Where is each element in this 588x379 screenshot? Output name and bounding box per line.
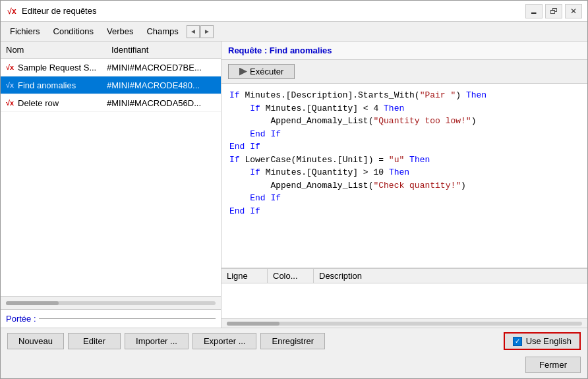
enregistrer-button[interactable]: Enregistrer [260,333,325,349]
main-window: √x Editeur de requêtes 🗕 🗗 ✕ Fichiers Co… [0,0,588,379]
menu-bar: Fichiers Conditions Verbes Champs ◄ ► [1,22,587,42]
scrollbar-thumb[interactable] [6,301,59,305]
maximize-button[interactable]: 🗗 [545,4,562,18]
horizontal-scrollbar[interactable] [1,296,221,309]
window-controls: 🗕 🗗 ✕ [525,4,582,18]
use-english-label: Use English [526,336,572,346]
error-panel: Ligne Colo... Description [221,268,587,328]
close-button[interactable]: ✕ [565,4,582,18]
list-item[interactable]: √x Find anomalies #MINI#MACRODE480... [1,76,221,94]
editer-button[interactable]: Editer [68,333,121,349]
error-body [221,283,587,318]
nav-next-button[interactable]: ► [200,25,214,38]
error-header: Ligne Colo... Description [221,269,587,283]
title-bar: √x Editeur de requêtes 🗕 🗗 ✕ [1,1,587,22]
list-item[interactable]: √x Sample Request S... #MINI#MACROED7BE.… [1,59,221,76]
checkmark-icon: ✓ [515,338,520,345]
col-ligne: Ligne [221,269,268,283]
left-panel: Nom Identifiant √x Sample Request S... #… [1,42,221,328]
code-editor[interactable]: If Minutes.[Description].Starts_With("Pa… [221,84,587,268]
row-icon: √x [3,96,16,109]
app-icon: √x [6,5,18,17]
row-id: #MINI#MACROED7BE... [107,63,218,73]
row-name: Sample Request S... [18,63,107,73]
scrollbar-thumb[interactable] [227,322,279,326]
execute-bar: Exécuter [221,60,587,84]
menu-fichiers[interactable]: Fichiers [3,24,47,38]
list-item[interactable]: √x Delete row #MINI#MACRODA56D... [1,94,221,112]
portee-line [39,318,216,319]
row-name: Find anomalies [18,80,107,90]
play-icon [239,68,247,76]
main-content: Nom Identifiant √x Sample Request S... #… [1,42,587,328]
row-id: #MINI#MACRODE480... [107,80,218,90]
row-icon: √x [3,78,16,92]
execute-label: Exécuter [250,67,283,76]
row-name: Delete row [18,98,107,108]
nouveau-button[interactable]: Nouveau [7,333,64,349]
list-header: Nom Identifiant [1,42,221,59]
window-title: Editeur de requêtes [22,6,525,16]
menu-verbes[interactable]: Verbes [100,24,140,38]
portee-area: Portée : [1,309,221,328]
right-panel: Requête : Find anomalies Exécuter If Min… [221,42,587,328]
fermer-button[interactable]: Fermer [525,357,581,373]
row-id: #MINI#MACRODA56D... [107,98,218,108]
minimize-button[interactable]: 🗕 [525,4,543,18]
checkbox-checked-icon: ✓ [513,337,522,346]
scrollbar-track [227,322,582,326]
bottom-bar: Nouveau Editer Importer ... Exporter ...… [1,328,587,354]
exporter-button[interactable]: Exporter ... [192,333,257,349]
menu-conditions[interactable]: Conditions [47,24,100,38]
execute-button[interactable]: Exécuter [228,64,295,79]
use-english-button[interactable]: ✓ Use English [504,332,581,350]
nav-group: ◄ ► [187,25,214,38]
list-body: √x Sample Request S... #MINI#MACROED7BE.… [1,59,221,296]
col-colo: Colo... [268,269,314,283]
portee-label: Portée : [6,314,36,324]
menu-champs[interactable]: Champs [140,24,185,38]
col-nom: Nom [1,44,106,56]
scrollbar-track [6,301,216,305]
importer-button[interactable]: Importer ... [125,333,189,349]
col-description: Description [314,269,587,283]
requete-header: Requête : Find anomalies [221,42,587,60]
close-bar: Fermer [1,354,587,378]
nav-prev-button[interactable]: ◄ [187,25,200,38]
error-scrollbar[interactable] [221,318,587,328]
row-icon: √x [3,61,16,74]
col-identifiant: Identifiant [106,44,221,56]
